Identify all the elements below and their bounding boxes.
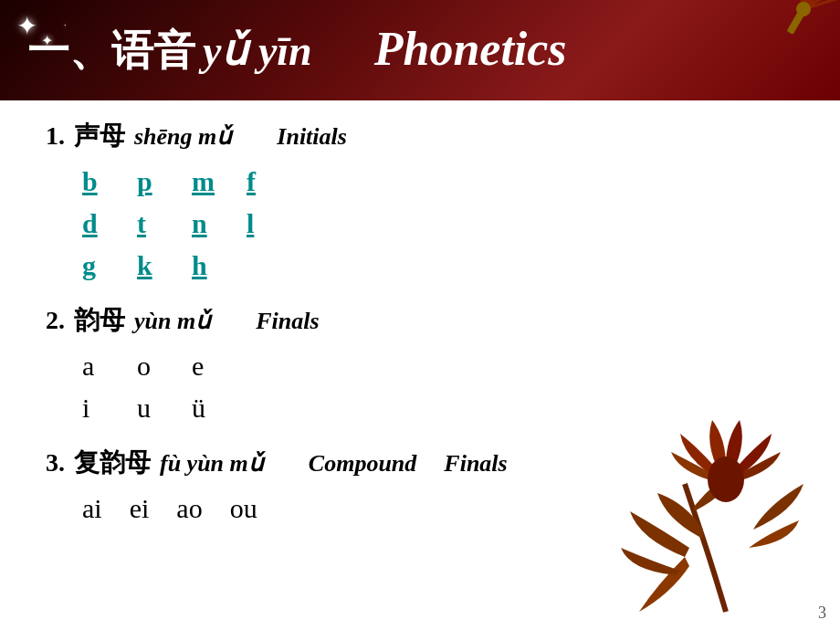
header-english: Phonetics <box>374 22 567 76</box>
flower-decoration <box>612 402 840 630</box>
final-u: u <box>137 387 192 429</box>
section3-english2: Finals <box>444 450 507 478</box>
initial-p: p <box>137 161 192 203</box>
section1-number: 1. <box>46 121 65 151</box>
initial-l: l <box>247 203 301 245</box>
header-pinyin: yǔ yīn <box>203 26 312 75</box>
star-tiny-icon: · <box>64 20 67 30</box>
initial-n: n <box>192 203 247 245</box>
section3-number: 3. <box>46 448 65 478</box>
section2-number: 2. <box>46 306 65 335</box>
star-small-icon: ✦ <box>41 32 53 49</box>
section1-pinyin: shēng mǔ <box>134 122 231 151</box>
section1-header: 1. 声母 shēng mǔ Initials <box>46 119 794 153</box>
compound-ou: ou <box>230 488 257 530</box>
section2-english: Finals <box>256 308 319 335</box>
section2-pinyin: yùn mǔ <box>134 307 210 335</box>
final-e: e <box>192 345 247 387</box>
initials-grid: b p m f d t n l g k h <box>82 161 794 287</box>
fan-decoration <box>694 0 840 110</box>
header: ✦ ✦ · 一、语音 yǔ yīn Phonetics <box>0 0 840 100</box>
compound-ei: ei <box>130 488 150 530</box>
initial-d: d <box>82 203 137 245</box>
final-u-umlaut: ü <box>192 387 247 429</box>
initial-h: h <box>192 245 247 287</box>
initial-m: m <box>192 161 247 203</box>
flower-icon <box>612 402 840 630</box>
final-o: o <box>137 345 192 387</box>
initial-f: f <box>247 161 301 203</box>
final-a: a <box>82 345 137 387</box>
final-i: i <box>82 387 137 429</box>
section2-header: 2. 韵母 yùn mǔ Finals <box>46 303 794 338</box>
compound-ao: ao <box>176 488 202 530</box>
section1-english: Initials <box>277 123 347 151</box>
initial-t: t <box>137 203 192 245</box>
header-chinese: 一、语音 <box>27 23 195 79</box>
section-initials: 1. 声母 shēng mǔ Initials b p m f d t n l … <box>46 119 794 287</box>
star-big-icon: ✦ <box>16 11 37 41</box>
section2-chinese: 韵母 <box>74 303 125 338</box>
svg-point-9 <box>708 457 744 502</box>
initial-g: g <box>82 245 137 287</box>
section3-english1: Compound <box>309 450 417 478</box>
section3-pinyin: fù yùn mǔ <box>160 449 263 478</box>
fan-icon <box>694 0 840 110</box>
initial-b: b <box>82 161 137 203</box>
section1-chinese: 声母 <box>74 119 125 153</box>
initial-empty <box>247 245 301 287</box>
page-number: 3 <box>818 604 826 623</box>
compound-ai: ai <box>82 488 102 530</box>
section3-chinese: 复韵母 <box>74 446 151 480</box>
initial-k: k <box>137 245 192 287</box>
